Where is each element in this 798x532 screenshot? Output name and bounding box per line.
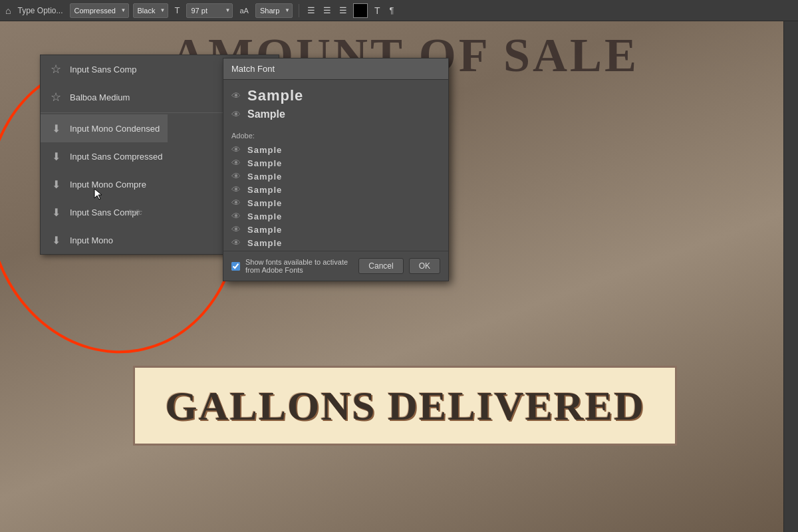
adobe-eye-icon-1[interactable]: 👁 bbox=[231, 144, 242, 155]
adobe-fonts-checkbox-label: Show fonts available to activate from Ad… bbox=[245, 258, 353, 274]
match-font-cancel-button[interactable]: Cancel bbox=[358, 258, 403, 274]
right-panel bbox=[783, 21, 798, 532]
match-font-title-bar: Match Font bbox=[223, 59, 448, 80]
font-color-dropdown[interactable]: Black bbox=[133, 3, 168, 18]
adobe-eye-icon-6[interactable]: 👁 bbox=[231, 211, 242, 221]
adobe-sample-5: Sample bbox=[247, 198, 282, 208]
adobe-fonts-checkbox[interactable] bbox=[231, 262, 240, 271]
adobe-sample-2: Sample bbox=[247, 158, 282, 168]
adobe-eye-icon-4[interactable]: 👁 bbox=[231, 184, 242, 195]
text-color-swatch[interactable] bbox=[353, 3, 368, 18]
font-item-name-4: Input Sans Compressed bbox=[70, 152, 162, 162]
match-font-sample-2: Sample bbox=[247, 108, 285, 120]
font-item-input-sans-compressed[interactable]: ⬇ Input Sans Compressed bbox=[41, 142, 170, 170]
font-item-input-mono[interactable]: ⬇ Input Mono bbox=[41, 226, 121, 254]
adobe-sample-row-8: 👁 Sample bbox=[231, 236, 440, 249]
match-font-sample-1: Sample bbox=[247, 87, 303, 104]
adobe-eye-icon-7[interactable]: 👁 bbox=[231, 224, 242, 235]
font-item-name-2: Balboa Medium bbox=[70, 92, 130, 102]
antialiasing-dropdown[interactable]: Sharp bbox=[255, 3, 293, 18]
adobe-sample-1: Sample bbox=[247, 145, 282, 155]
font-item-name-7: Input Mono bbox=[70, 235, 113, 245]
adobe-sample-3: Sample bbox=[247, 172, 282, 182]
antialiasing-dropdown-wrap: Sharp ▼ bbox=[255, 3, 293, 18]
font-item-name-1: Input Sans Comp bbox=[70, 65, 136, 74]
match-font-eye-icon-1[interactable]: 👁 bbox=[231, 90, 242, 101]
adobe-sample-4: Sample bbox=[247, 185, 282, 195]
match-font-samples-section: 👁 Sample 👁 Sample bbox=[223, 80, 448, 128]
adobe-eye-icon-3[interactable]: 👁 bbox=[231, 171, 242, 182]
baseline-icon[interactable]: T bbox=[372, 4, 383, 17]
font-size-dropdown-wrap: 97 pt ▼ bbox=[186, 3, 233, 18]
align-right-icon[interactable]: ☰ bbox=[337, 4, 349, 17]
match-font-dialog: Match Font 👁 Sample 👁 Sample Adobe: 👁 Sa… bbox=[223, 58, 449, 281]
font-item-star-icon-2: ☆ bbox=[49, 90, 63, 104]
home-icon[interactable]: ⌂ bbox=[5, 5, 11, 16]
font-item-input-sans-comp[interactable]: ☆ Input Sans Comp bbox=[41, 55, 144, 83]
gallons-text: GALLONS DELIVERED bbox=[165, 382, 644, 430]
font-item-input-mono-condensed[interactable]: ⬇ Input Mono Condensed bbox=[41, 114, 168, 142]
adobe-sample-8: Sample bbox=[247, 238, 282, 248]
font-item-cloud-icon-3: ⬇ bbox=[49, 122, 63, 135]
match-font-adobe-label: Adobe: bbox=[223, 128, 448, 142]
font-item-cloud-icon-4: ⬇ bbox=[49, 150, 63, 163]
font-color-dropdown-wrap: Black ▼ bbox=[133, 3, 168, 18]
type-size-icon: T bbox=[172, 4, 183, 17]
canvas-area: AMOUNT OF SALE RIE GALLONS DELIVERED ☆ I… bbox=[0, 21, 798, 532]
match-font-title: Match Font bbox=[231, 64, 275, 74]
adobe-sample-row-7: 👁 Sample bbox=[231, 223, 440, 236]
font-item-cloud-icon-5: ⬇ bbox=[49, 178, 63, 191]
font-item-input-mono-compre[interactable]: ⬇ Input Mono Compre bbox=[41, 170, 154, 198]
toolbar: ⌂ Type Optio... Compressed ▼ Black ▼ T 9… bbox=[0, 0, 798, 21]
match-font-eye-icon-2[interactable]: 👁 bbox=[231, 109, 242, 120]
font-item-name-3: Input Mono Condensed bbox=[70, 124, 160, 134]
toolbar-separator-1 bbox=[299, 4, 299, 17]
adobe-sample-row-2: 👁 Sample bbox=[231, 156, 440, 170]
font-style-dropdown-wrap: Compressed ▼ bbox=[70, 3, 129, 18]
adobe-sample-row-3: 👁 Sample bbox=[231, 170, 440, 183]
adobe-eye-icon-5[interactable]: 👁 bbox=[231, 198, 242, 208]
adobe-eye-icon-8[interactable]: 👁 bbox=[231, 237, 242, 248]
paragraph-icon[interactable]: ¶ bbox=[387, 4, 397, 17]
aa-icon: aA bbox=[237, 5, 251, 16]
adobe-sample-row-6: 👁 Sample bbox=[231, 209, 440, 223]
font-item-star-icon-1: ☆ bbox=[49, 62, 63, 76]
align-center-icon[interactable]: ☰ bbox=[321, 4, 333, 17]
font-size-dropdown[interactable]: 97 pt bbox=[186, 3, 233, 18]
font-item-name-5: Input Mono Compre bbox=[70, 180, 146, 190]
adobe-sample-row-5: 👁 Sample bbox=[231, 196, 440, 209]
match-font-sample-row-1: 👁 Sample bbox=[231, 85, 440, 106]
align-left-icon[interactable]: ☰ bbox=[305, 4, 317, 17]
adobe-sample-6: Sample bbox=[247, 211, 282, 221]
match-font-footer: Show fonts available to activate from Ad… bbox=[223, 251, 448, 281]
match-font-sample-row-2: 👁 Sample bbox=[231, 106, 440, 122]
font-item-cloud-icon-6: ⬇ bbox=[49, 206, 63, 219]
font-item-input-sans-compr[interactable]: ⬇ Input Sans Compr Italic bbox=[41, 198, 148, 226]
adobe-sample-row-1: 👁 Sample bbox=[231, 143, 440, 156]
font-item-italic-label: Italic bbox=[128, 209, 142, 216]
type-options-label: Type Optio... bbox=[17, 6, 63, 15]
match-font-adobe-samples-section: 👁 Sample 👁 Sample 👁 Sample 👁 Sample 👁 Sa… bbox=[223, 142, 448, 251]
adobe-sample-7: Sample bbox=[247, 225, 282, 235]
adobe-sample-row-4: 👁 Sample bbox=[231, 183, 440, 196]
match-font-ok-button[interactable]: OK bbox=[409, 258, 440, 274]
gallons-strip: GALLONS DELIVERED bbox=[133, 366, 677, 446]
font-style-dropdown[interactable]: Compressed bbox=[70, 3, 129, 18]
adobe-eye-icon-2[interactable]: 👁 bbox=[231, 158, 242, 168]
font-item-cloud-icon-7: ⬇ bbox=[49, 234, 63, 247]
font-item-balboa-medium[interactable]: ☆ Balboa Medium bbox=[41, 83, 138, 111]
